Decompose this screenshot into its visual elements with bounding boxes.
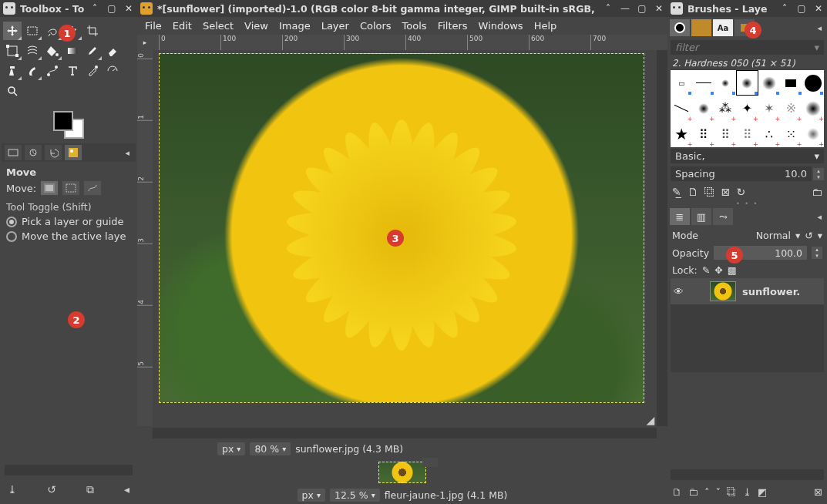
window-min-icon[interactable]: ˄ [89,3,100,14]
tab-channels[interactable]: ▥ [691,208,711,225]
unit-selector[interactable]: px▾ [217,442,245,455]
brush-thumb[interactable]: ▭ [671,70,692,96]
image-window-titlebar[interactable]: *[sunflower] (imported)-1.0 (RGB color 8… [137,0,667,17]
radio-move-row[interactable]: Move the active laye [2,229,136,244]
lock-alpha-icon[interactable]: ▩ [728,264,737,276]
delete-layer-icon[interactable]: ⊠ [814,486,822,498]
brush-thumb[interactable] [780,70,802,96]
window-min-icon[interactable]: ˄ [779,3,790,14]
window-max-icon[interactable]: ▢ [796,3,807,14]
brush-thumb[interactable]: + [802,122,824,147]
window-close-icon[interactable]: ✕ [123,3,134,14]
delete-brush-icon[interactable]: ⊠ [721,186,731,198]
toolbox-titlebar[interactable]: Toolbox - To ˄ ▢ ✕ [0,0,137,17]
canvas-thumbnail-2[interactable] [378,462,426,483]
chevron-down-icon[interactable]: ▾ [818,230,822,241]
merge-down-icon[interactable]: ⤓ [743,486,751,498]
fg-color-swatch[interactable] [53,111,73,131]
brush-thumb[interactable]: ✦+ [736,96,758,121]
chevron-down-icon[interactable]: ▾ [795,230,800,241]
tab-fonts[interactable]: Aa [713,19,733,36]
tab-device-status[interactable] [25,145,42,160]
brush-thumb[interactable]: ✶+ [758,96,780,121]
brush-thumb[interactable] [692,70,714,96]
brush-thumb[interactable]: + [671,96,692,121]
menu-edit[interactable]: Edit [173,20,192,32]
ruler-corner-2[interactable] [422,458,438,467]
window-close-icon[interactable]: ✕ [813,3,824,14]
tool-warp[interactable] [23,42,42,60]
brush-thumb[interactable]: ∴+ [758,122,780,147]
menu-colors[interactable]: Colors [360,20,392,32]
opacity-stepper[interactable]: ▴▾ [812,247,822,259]
mask-icon[interactable]: ◩ [758,486,767,498]
tab-paths[interactable]: ⤳ [713,208,733,225]
zoom-selector-2[interactable]: 12.5 %▾ [330,489,380,502]
brush-thumb[interactable] [758,70,780,96]
radio-pick-row[interactable]: Pick a layer or guide [2,214,136,229]
tool-paintbrush[interactable] [83,42,102,60]
reset-options-icon[interactable]: ◂ [124,483,129,496]
brush-thumb[interactable]: + [802,96,824,121]
tool-move[interactable] [3,22,22,40]
brush-thumb[interactable]: ⠿+ [714,122,736,147]
layer-item[interactable]: 👁 sunflower. [671,278,824,304]
tool-rect-select[interactable] [23,22,42,40]
brush-thumb[interactable]: ⁂+ [714,96,736,121]
tool-gradient[interactable] [63,42,82,60]
right-dock-titlebar[interactable]: Brushes - Laye ˄ ▢ ✕ [667,0,827,17]
tool-text[interactable] [63,62,82,80]
brush-thumb[interactable]: ※+ [780,96,802,121]
ruler-origin-button[interactable]: ▸ [137,35,153,50]
tab-undo-history[interactable] [45,145,62,160]
brush-thumb[interactable]: ⠿+ [736,122,758,147]
spacing-stepper[interactable]: ▴▾ [813,168,824,180]
tool-bucket-fill[interactable] [43,42,62,60]
menu-select[interactable]: Select [203,20,234,32]
window-restore-icon[interactable]: — [620,3,630,14]
tab-patterns[interactable] [691,19,711,36]
menu-file[interactable]: File [145,20,162,32]
duplicate-layer-icon[interactable]: ⿻ [727,486,737,498]
refresh-brush-icon[interactable]: ↻ [736,186,745,198]
tool-zoom[interactable] [3,82,22,100]
brush-thumb[interactable] [714,70,736,96]
new-layer-icon[interactable]: 🗋 [672,486,682,498]
tab-menu-icon[interactable]: ◂ [817,212,825,222]
move-target-selection[interactable] [62,181,79,195]
tool-crop[interactable] [83,22,102,40]
move-target-path[interactable] [84,181,101,195]
edit-brush-icon[interactable]: ✎̲ [672,186,681,198]
mode-value[interactable]: Normal [756,230,791,241]
brush-grid[interactable]: ▭ + + ⁂+ ✦+ ✶+ ※+ + ★+ ⠿+ ⠿+ ⠿+ ∴+ ⁙+ [671,70,824,147]
restore-options-icon[interactable]: ↺ [47,483,56,496]
window-max-icon[interactable]: ▢ [637,3,647,14]
menu-filters[interactable]: Filters [438,20,468,32]
brush-thumb[interactable]: ★+ [671,122,692,147]
visibility-eye-icon[interactable]: 👁 [674,286,684,297]
tool-paths[interactable] [43,62,62,80]
raise-layer-icon[interactable]: ˄ [704,486,710,498]
brush-thumb[interactable]: + [692,96,714,121]
window-close-icon[interactable]: ✕ [654,3,664,14]
move-target-layer[interactable] [41,181,58,195]
tool-eraser[interactable] [103,42,122,60]
lower-layer-icon[interactable]: ˅ [716,486,721,498]
unit-selector-2[interactable]: px▾ [298,489,325,502]
mode-reset-icon[interactable]: ↺ [805,230,812,241]
delete-options-icon[interactable]: ⧉ [86,483,94,496]
vertical-scrollbar[interactable] [657,50,667,426]
ruler-vertical[interactable]: 0 1 2 3 4 5 [137,50,153,426]
window-max-icon[interactable]: ▢ [106,3,117,14]
tab-tool-options-a[interactable] [5,145,22,160]
tool-smudge[interactable] [23,62,42,80]
tab-menu-icon[interactable]: ◂ [817,23,825,33]
brush-thumb-selected[interactable] [736,70,758,96]
canvas-image[interactable] [159,53,644,403]
new-brush-icon[interactable]: 🗋 [687,186,698,198]
tool-transform[interactable] [3,42,22,60]
tab-layers[interactable]: ≣ [670,208,690,225]
menu-layer[interactable]: Layer [321,20,349,32]
menu-image[interactable]: Image [279,20,311,32]
lock-pixels-icon[interactable]: ✎ [702,264,710,276]
